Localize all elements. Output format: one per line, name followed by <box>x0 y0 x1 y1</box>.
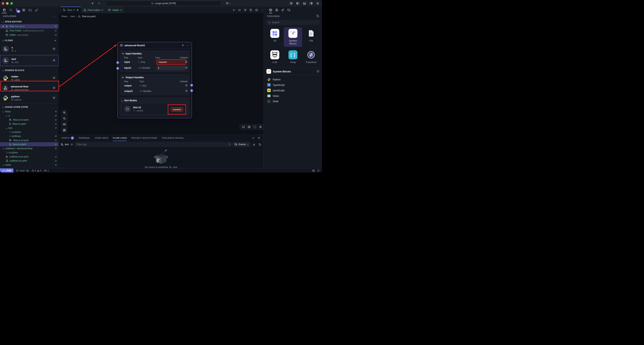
handle-settings-gear-icon[interactable] <box>185 84 188 87</box>
command-center-search[interactable]: usage-guide [OVM] <box>106 1 221 6</box>
tree-item-flow-yaml-selected[interactable]: flow.oo.yamlU <box>0 142 58 146</box>
input-handle-port[interactable] <box>116 67 119 70</box>
node-advanced-flow-2[interactable]: advanced-flow#2 Input Handles Key Type V… <box>118 42 192 118</box>
breadcrumb-file[interactable]: flow.oo.yaml <box>82 15 96 18</box>
forward-arrow-icon[interactable] <box>98 2 101 5</box>
activity-folder-button[interactable] <box>28 7 32 13</box>
block-settings-gear-icon[interactable] <box>52 96 56 100</box>
ports-item[interactable]: 1 <box>44 169 48 172</box>
settings-gear-icon[interactable] <box>316 2 319 5</box>
maximize-panel-icon[interactable] <box>252 137 254 139</box>
open-editor-flow-editor[interactable]: Flow Editor subflows/advanced-fl... U <box>0 29 58 33</box>
tree-item-flow-ui-json-2[interactable]: .flow.ui.oo.jsonU <box>0 138 58 142</box>
tree-item-adder[interactable]: adder <box>0 167 58 168</box>
toolpack-item-array[interactable]: [ ] Array <box>284 49 302 65</box>
more-actions-icon[interactable] <box>261 9 264 12</box>
open-editor-adder[interactable]: Adder tasks/adder U <box>0 33 58 37</box>
block-item-javascript[interactable]: JS JavaScript <box>264 88 322 93</box>
block-item-typescript[interactable]: TS TypeScript <box>264 82 322 88</box>
maximize-traffic-light[interactable] <box>10 2 13 5</box>
handle-settings-gear-icon[interactable] <box>185 60 188 64</box>
breadcrumb-flows[interactable]: flows <box>62 15 67 18</box>
console-icon[interactable] <box>242 126 245 128</box>
log-list-icon[interactable] <box>70 143 73 146</box>
rocket-tab[interactable] <box>281 7 284 13</box>
flow-settings-gear-icon[interactable] <box>52 59 56 63</box>
flow-card-s[interactable]: s a <box>0 44 58 55</box>
activity-search-button[interactable] <box>8 7 13 13</box>
shared-block-advanced-flow[interactable]: advanced-flow advanced-flow <box>0 83 58 93</box>
bell-icon[interactable] <box>317 169 320 172</box>
output-row-output[interactable]: output {..}Any <box>122 83 188 88</box>
feedback-tab[interactable] <box>287 7 290 13</box>
fit-view-icon[interactable] <box>63 123 66 126</box>
tree-item-subflow-yaml[interactable]: subflow.oo.yamlU <box>0 159 58 163</box>
zoom-in-icon[interactable] <box>63 111 66 114</box>
info-icon[interactable] <box>316 70 320 73</box>
handle-settings-gear-icon[interactable] <box>185 66 188 70</box>
back-arrow-icon[interactable] <box>91 2 94 5</box>
tab-flow-logs[interactable]: FLOW LOGS <box>113 135 127 141</box>
run-node-icon[interactable] <box>182 44 184 47</box>
minimize-traffic-light[interactable] <box>6 2 8 5</box>
block-settings-gear-icon[interactable] <box>52 76 56 80</box>
layout-icon[interactable] <box>312 169 315 172</box>
output-row-output1[interactable]: output1 123Number <box>122 88 188 94</box>
shared-block-adder[interactable]: Adder adder <box>0 73 58 83</box>
block-settings-gear-icon[interactable] <box>52 86 56 90</box>
problems-item[interactable]: 0 0 <box>32 169 42 172</box>
git-branch-item[interactable]: main* <box>16 169 29 172</box>
run-all-icon[interactable] <box>238 9 241 12</box>
toolpack-item-llm[interactable]: LLM <box>266 49 284 65</box>
toggle-left-panel-icon[interactable] <box>296 2 300 5</box>
shared-blocks-header[interactable]: SHARED BLOCKS <box>0 68 58 73</box>
flow-canvas[interactable]: advanced-flow#2 Input Handles Key Type V… <box>58 20 264 135</box>
slot-nodes-header[interactable]: Slot Nodes <box>122 99 188 102</box>
tree-item-scriptlets[interactable]: scriptlets <box>0 130 58 134</box>
tree-item-subflows-advanced-flow[interactable]: subflows / advanced-flow <box>0 146 58 150</box>
output-handle-port[interactable] <box>190 89 193 92</box>
copy-icon[interactable] <box>250 9 252 12</box>
tree-item-test[interactable]: test <box>0 126 58 130</box>
tab-flow-editor[interactable]: Flow Editor U <box>81 7 106 13</box>
close-traffic-light[interactable] <box>2 2 4 5</box>
tab-project-bootstrap[interactable]: PROJECT BOOTSTRAP <box>131 135 157 141</box>
auto-layout-icon[interactable] <box>63 129 66 132</box>
tab-toolpack-install[interactable]: TOOLPACK INSTALL <box>162 135 184 141</box>
block-item-shell[interactable]: >_ Shell <box>264 99 322 104</box>
workflow-selector[interactable]: test <box>61 143 69 146</box>
node-more-icon[interactable] <box>187 44 190 47</box>
assistant-button[interactable] <box>226 2 230 5</box>
handle-settings-gear-icon[interactable] <box>185 89 188 93</box>
close-tab-icon[interactable]: ✕ <box>76 9 78 12</box>
toolpack-item-file[interactable]: File <box>302 27 320 47</box>
unset-value-annotated[interactable]: <unset> <box>156 59 186 65</box>
slot-unset-value[interactable]: <unset> <box>171 107 183 112</box>
add-flow-icon[interactable]: + <box>54 39 56 42</box>
close-icon[interactable] <box>2 25 4 28</box>
close-panel-icon[interactable] <box>258 137 260 139</box>
fork-icon[interactable] <box>244 9 247 12</box>
tab-test[interactable]: Test U ✕ <box>61 7 81 13</box>
tab-adder[interactable]: Adder U <box>106 7 124 13</box>
toolpack-item-transform[interactable]: Transform <box>302 49 320 65</box>
tab-terminal[interactable]: TERMINAL <box>78 135 90 141</box>
tree-item-scriptlets-2[interactable]: scriptlets <box>0 150 58 155</box>
flow-settings-gear-icon[interactable] <box>52 47 56 51</box>
remote-indicator[interactable]: OVM <box>0 168 14 173</box>
tree-item-a[interactable]: a <box>0 114 58 118</box>
tree-item-tasks[interactable]: tasks <box>0 163 58 167</box>
toggle-right-panel-icon[interactable] <box>310 2 313 5</box>
toolpack-search[interactable] <box>266 20 320 25</box>
tree-item-flow-yaml[interactable]: flow.oo.yamlU <box>0 122 58 126</box>
tree-item-subflow-ui-json[interactable]: {}.subflow.ui.oo.jsonU <box>0 155 58 159</box>
minimap-icon[interactable] <box>248 126 250 128</box>
customize-layout-icon[interactable] <box>290 2 293 5</box>
toolpack-item-system-blocks[interactable]: System Blocks <box>284 27 302 47</box>
split-editor-icon[interactable] <box>255 9 258 12</box>
zoom-out-icon[interactable] <box>63 117 66 120</box>
activity-keys-button[interactable] <box>34 7 39 13</box>
toolpack-search-input[interactable] <box>272 21 318 24</box>
export-logs-icon[interactable] <box>258 143 261 146</box>
tree-item-flows[interactable]: flows <box>0 110 58 114</box>
